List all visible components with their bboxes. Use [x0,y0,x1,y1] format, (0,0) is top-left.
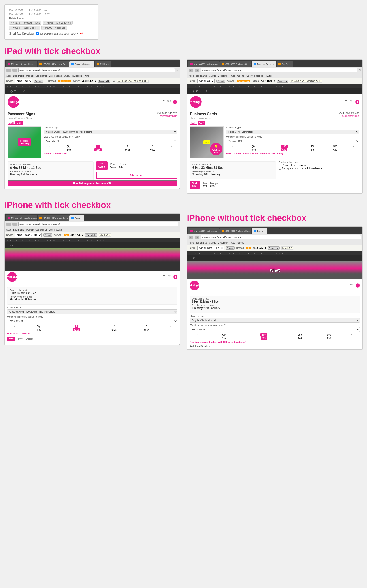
back-button[interactable]: ← [6,69,11,72]
tag-2-close[interactable]: × [44,21,45,24]
iphone2-cart-badge[interactable]: 1 [356,284,360,287]
iphone-address-input[interactable] [18,222,178,226]
iphone2-address-input[interactable] [201,235,361,239]
iphone2-bookmark-bookmarks[interactable]: Bookmarks [196,242,207,244]
iphone2-network-btn[interactable]: No [246,247,251,249]
bookmark-bookmarks-2[interactable]: Bookmarks [196,75,207,77]
iphone-tab-printing[interactable]: (27) 39993-Printing.ie Cor... × [38,215,69,221]
qty-2[interactable]: 2 [115,145,140,148]
tab-printing-close[interactable]: × [68,63,69,65]
tab-editpro[interactable]: Edit Pro × [95,61,111,67]
iphone2-cursor-icon[interactable]: ⊹ [189,257,191,260]
device-icon-2[interactable]: ⊡ [196,90,199,93]
iphone-qty-prev[interactable]: < [7,325,22,328]
bizcard-qty-1[interactable]: 100 [281,145,288,148]
tab-bizcard-close[interactable]: × [273,63,274,65]
device-select[interactable]: Apple iPad [15,79,32,83]
iphone-device-select[interactable]: Apple iPhone 6 Plus [15,233,42,237]
eur-btn-2[interactable]: EUR [190,121,197,125]
tab-mail-2[interactable]: M Inbox (10) - web@itgrap... × [188,61,219,67]
zoom-icon[interactable]: + [20,90,22,93]
iphone-cart-badge[interactable]: 1 [174,275,177,279]
iphone-price-1[interactable]: €219 [73,328,80,331]
iphone-tab-printing-close[interactable]: × [69,217,69,219]
small-text-checkbox[interactable] [36,32,39,35]
address-input[interactable] [18,68,175,72]
printing-logo[interactable]: Printing.ie [8,96,19,108]
tag-1-close[interactable]: × [11,21,12,24]
iphone-qty-next[interactable]: > [163,325,177,328]
iphone-zoom-btn[interactable]: Zoom to fit [85,233,97,237]
device-icon[interactable]: ⊡ [14,90,16,93]
iphone-bookmark-apps[interactable]: Apps [6,229,11,231]
address-input-2[interactable] [201,68,357,72]
inspect-icon-2[interactable]: ◎ [193,90,195,93]
iphone-menu-icon[interactable]: ☰ [163,275,165,279]
tag-4[interactable]: × #3002 – Notepads [42,26,67,30]
bookmark-jquery[interactable]: jQuery [64,75,70,77]
tab-editpro-2[interactable]: Edit Pro × [277,61,293,67]
tag-2[interactable]: × #3035 – Gift Vouchers [42,21,72,25]
bookmark-apps-2[interactable]: Apps [189,75,194,77]
zoom-btn[interactable]: Zoom to fit [98,79,110,83]
bookmark-bookmarks[interactable]: Bookmarks [13,75,24,77]
type-select[interactable]: Regular (Not Laminated) [226,130,359,134]
iphone-network-btn[interactable]: No [64,234,69,236]
cursor-icon-2[interactable]: ⊹ [189,90,191,93]
iphone2-menu-icon[interactable]: ☰ [345,284,348,287]
bookmark-facebook-2[interactable]: Facebook [254,75,264,77]
iphone2-back-button[interactable]: ← [189,235,193,239]
iphone2-qty-2[interactable]: 250 [285,333,314,337]
reload-button-2[interactable]: ↻ [359,69,361,72]
iphone-bookmark-css[interactable]: Css [49,229,53,231]
zoom-btn-2[interactable]: Zoom to fit [277,79,288,83]
tab-printing-2[interactable]: (27) 39993-Printing.ie Co... × [220,61,251,67]
bizcard-price-1[interactable]: €39 [281,148,287,151]
forward-button-2[interactable]: → [195,69,199,72]
bookmark-jquery-2[interactable]: jQuery [246,75,252,77]
network-btn-2[interactable]: No throttling [237,80,250,82]
iphone2-qty-3[interactable]: 500 [314,333,343,337]
tab-printing[interactable]: (27) 39993-Printing.ie Co... × [38,61,69,67]
tab-editpro-close[interactable]: × [108,63,109,65]
qty-next[interactable]: > [165,145,177,148]
iphone2-tab-printing[interactable]: (27) 39993-Printing.ie Cor... × [220,228,251,234]
iphone2-zoom-btn[interactable]: Zoom to fit [268,246,280,250]
cart-badge-2[interactable]: 1 [355,100,359,104]
iphone2-device-select[interactable]: Apple iPhone 6 Plus [197,246,224,250]
device-select-2[interactable]: Apple iPad [197,79,215,83]
iphone2-bookmark-css[interactable]: Css [231,242,235,244]
bookmark-markup-2[interactable]: Markup [209,75,216,77]
iphone2-price-1[interactable]: €39 [261,337,267,340]
bookmark-ci-2[interactable]: CodeIgniter [218,75,229,77]
iphone2-tab-printing-close[interactable]: × [251,230,251,232]
iphone-bookmark-bookmarks[interactable]: Bookmarks [13,229,24,231]
iphone2-bookmark-ci[interactable]: CodeIgniter [218,242,229,244]
iphone-portrait-btn[interactable]: Portrait [43,233,52,237]
tab-editpro-close-2[interactable]: × [290,63,291,65]
iphone2-inspect-icon[interactable]: ◎ [193,257,195,260]
bookmark-twitter-2[interactable]: Twitte [266,75,272,77]
tab-mail[interactable]: M Inbox (10) - web@itgrap... × [6,61,37,67]
bookmark-css-2[interactable]: Css [231,75,235,77]
bookmark-facebook[interactable]: Facebook [72,75,82,77]
network-btn[interactable]: No throttling [58,80,71,82]
bizcard-qty-3[interactable]: 500 [324,145,347,148]
bookmark-nusoap-2[interactable]: nusoap [237,75,244,77]
iphone-tab-paver-close[interactable]: × [81,217,82,219]
iphone2-qty-1[interactable]: 100 [260,333,267,337]
iphone-bookmark-nusoap[interactable]: nusoap [54,229,62,231]
cursor-icon[interactable]: ⊹ [7,90,9,93]
bizcard-qty-prev[interactable]: < [226,145,239,148]
qty-3[interactable]: 3 [140,145,165,148]
iphone2-printing-logo[interactable]: Printing.ie [190,281,199,290]
qty-prev[interactable]: < [44,145,56,148]
bookmark-apps[interactable]: Apps [6,75,11,77]
iphone2-tab-mail[interactable]: M Inbox (10) - web@itgrap... × [188,228,219,234]
sign-select[interactable]: Classic Switch - 420x594mm Inserted Post… [44,130,177,134]
design-select[interactable]: Yes, only €49 [44,139,177,143]
tag-3-close[interactable]: × [11,26,12,29]
iphone-qty-3[interactable]: 3 [130,325,163,328]
iphone-printing-logo[interactable]: Printing.ie [7,272,17,282]
free-delivery-button[interactable]: Free Delivery on orders over €49 [8,180,177,186]
